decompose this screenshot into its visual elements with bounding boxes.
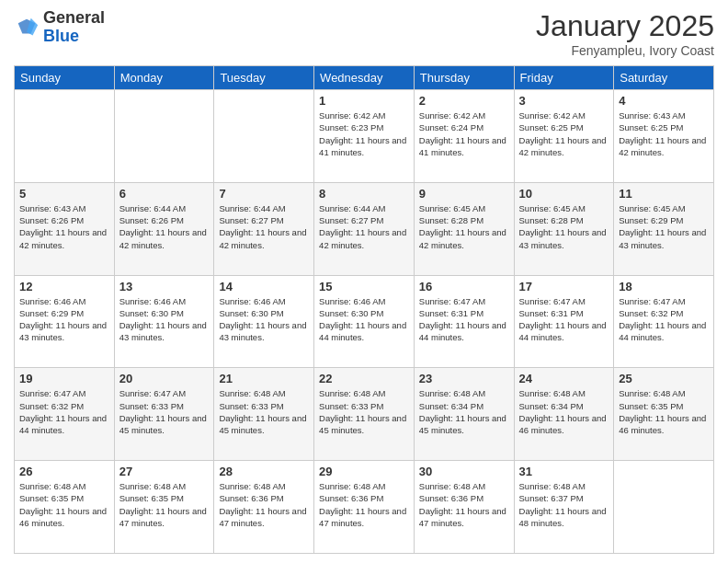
day-cell: 26Sunrise: 6:48 AM Sunset: 6:35 PM Dayli… [15,461,115,554]
main-title: January 2025 [536,9,714,43]
day-cell: 27Sunrise: 6:48 AM Sunset: 6:35 PM Dayli… [114,461,214,554]
day-info: Sunrise: 6:48 AM Sunset: 6:37 PM Dayligh… [519,480,609,529]
day-cell: 4Sunrise: 6:43 AM Sunset: 6:25 PM Daylig… [614,90,714,183]
day-cell: 11Sunrise: 6:45 AM Sunset: 6:29 PM Dayli… [614,182,714,275]
subtitle: Fenyampleu, Ivory Coast [536,43,714,58]
week-row-2: 5Sunrise: 6:43 AM Sunset: 6:26 PM Daylig… [15,182,714,275]
day-cell: 10Sunrise: 6:45 AM Sunset: 6:28 PM Dayli… [514,182,614,275]
week-row-5: 26Sunrise: 6:48 AM Sunset: 6:35 PM Dayli… [15,461,714,554]
logo-text: General Blue [43,9,105,46]
day-header-monday: Monday [114,66,214,90]
day-number: 21 [219,372,309,385]
day-number: 23 [419,372,509,385]
day-number: 1 [319,94,409,108]
day-number: 19 [19,372,109,385]
day-number: 25 [619,372,709,385]
day-header-friday: Friday [514,66,614,90]
day-number: 7 [219,187,309,201]
day-cell: 18Sunrise: 6:47 AM Sunset: 6:32 PM Dayli… [614,275,714,368]
day-number: 5 [19,187,109,201]
day-number: 30 [419,465,509,478]
logo-icon [14,15,40,40]
day-cell: 23Sunrise: 6:48 AM Sunset: 6:34 PM Dayli… [414,368,514,461]
day-number: 18 [619,280,709,293]
day-number: 16 [419,280,509,293]
day-cell: 31Sunrise: 6:48 AM Sunset: 6:37 PM Dayli… [514,461,614,554]
day-cell: 25Sunrise: 6:48 AM Sunset: 6:35 PM Dayli… [614,368,714,461]
day-cell: 14Sunrise: 6:46 AM Sunset: 6:30 PM Dayli… [214,275,314,368]
day-cell [214,90,314,183]
day-cell [15,90,115,183]
day-header-sunday: Sunday [15,66,115,90]
day-info: Sunrise: 6:48 AM Sunset: 6:36 PM Dayligh… [319,480,409,529]
day-cell: 5Sunrise: 6:43 AM Sunset: 6:26 PM Daylig… [15,182,115,275]
day-number: 11 [619,187,709,201]
day-info: Sunrise: 6:48 AM Sunset: 6:36 PM Dayligh… [419,480,509,529]
day-cell: 3Sunrise: 6:42 AM Sunset: 6:25 PM Daylig… [514,90,614,183]
day-cell: 19Sunrise: 6:47 AM Sunset: 6:32 PM Dayli… [15,368,115,461]
day-info: Sunrise: 6:43 AM Sunset: 6:26 PM Dayligh… [19,202,109,251]
day-number: 10 [519,187,609,201]
day-header-wednesday: Wednesday [314,66,415,90]
day-info: Sunrise: 6:47 AM Sunset: 6:31 PM Dayligh… [419,295,509,344]
day-number: 3 [519,94,609,108]
day-info: Sunrise: 6:45 AM Sunset: 6:28 PM Dayligh… [419,202,509,251]
day-info: Sunrise: 6:46 AM Sunset: 6:30 PM Dayligh… [319,295,409,344]
day-info: Sunrise: 6:47 AM Sunset: 6:32 PM Dayligh… [19,387,109,436]
day-info: Sunrise: 6:48 AM Sunset: 6:35 PM Dayligh… [19,480,109,529]
day-info: Sunrise: 6:48 AM Sunset: 6:33 PM Dayligh… [319,387,409,436]
day-info: Sunrise: 6:44 AM Sunset: 6:27 PM Dayligh… [319,202,409,251]
day-cell: 1Sunrise: 6:42 AM Sunset: 6:23 PM Daylig… [314,90,415,183]
day-number: 24 [519,372,609,385]
day-cell: 16Sunrise: 6:47 AM Sunset: 6:31 PM Dayli… [414,275,514,368]
page: General Blue January 2025 Fenyampleu, Iv… [0,0,728,563]
day-cell: 9Sunrise: 6:45 AM Sunset: 6:28 PM Daylig… [414,182,514,275]
day-number: 2 [419,94,509,108]
day-number: 12 [19,280,109,293]
day-cell: 20Sunrise: 6:47 AM Sunset: 6:33 PM Dayli… [114,368,214,461]
day-cell: 17Sunrise: 6:47 AM Sunset: 6:31 PM Dayli… [514,275,614,368]
day-info: Sunrise: 6:43 AM Sunset: 6:25 PM Dayligh… [619,109,709,158]
day-info: Sunrise: 6:46 AM Sunset: 6:29 PM Dayligh… [19,295,109,344]
day-cell: 7Sunrise: 6:44 AM Sunset: 6:27 PM Daylig… [214,182,314,275]
header: General Blue January 2025 Fenyampleu, Iv… [14,9,714,58]
logo-blue-text: Blue [43,28,105,46]
calendar-table: SundayMondayTuesdayWednesdayThursdayFrid… [14,65,714,554]
day-number: 22 [319,372,409,385]
day-cell: 13Sunrise: 6:46 AM Sunset: 6:30 PM Dayli… [114,275,214,368]
day-info: Sunrise: 6:45 AM Sunset: 6:29 PM Dayligh… [619,202,709,251]
day-number: 4 [619,94,709,108]
day-info: Sunrise: 6:48 AM Sunset: 6:35 PM Dayligh… [119,480,210,529]
day-info: Sunrise: 6:45 AM Sunset: 6:28 PM Dayligh… [519,202,609,251]
day-info: Sunrise: 6:46 AM Sunset: 6:30 PM Dayligh… [219,295,309,344]
logo-general-text: General [43,9,105,28]
day-cell: 28Sunrise: 6:48 AM Sunset: 6:36 PM Dayli… [214,461,314,554]
day-header-thursday: Thursday [414,66,514,90]
day-info: Sunrise: 6:48 AM Sunset: 6:35 PM Dayligh… [619,387,709,436]
day-info: Sunrise: 6:42 AM Sunset: 6:23 PM Dayligh… [319,109,409,158]
day-number: 17 [519,280,609,293]
day-cell: 6Sunrise: 6:44 AM Sunset: 6:26 PM Daylig… [114,182,214,275]
week-row-1: 1Sunrise: 6:42 AM Sunset: 6:23 PM Daylig… [15,90,714,183]
title-section: January 2025 Fenyampleu, Ivory Coast [536,9,714,58]
day-number: 8 [319,187,409,201]
day-info: Sunrise: 6:48 AM Sunset: 6:33 PM Dayligh… [219,387,309,436]
day-number: 14 [219,280,309,293]
day-cell: 21Sunrise: 6:48 AM Sunset: 6:33 PM Dayli… [214,368,314,461]
day-info: Sunrise: 6:42 AM Sunset: 6:25 PM Dayligh… [519,109,609,158]
day-number: 9 [419,187,509,201]
day-cell [114,90,214,183]
day-info: Sunrise: 6:48 AM Sunset: 6:36 PM Dayligh… [219,480,309,529]
day-cell: 8Sunrise: 6:44 AM Sunset: 6:27 PM Daylig… [314,182,415,275]
day-number: 13 [119,280,210,293]
day-cell: 12Sunrise: 6:46 AM Sunset: 6:29 PM Dayli… [15,275,115,368]
day-cell: 15Sunrise: 6:46 AM Sunset: 6:30 PM Dayli… [314,275,415,368]
day-number: 28 [219,465,309,478]
day-info: Sunrise: 6:46 AM Sunset: 6:30 PM Dayligh… [119,295,210,344]
day-number: 29 [319,465,409,478]
day-cell: 29Sunrise: 6:48 AM Sunset: 6:36 PM Dayli… [314,461,415,554]
day-cell: 30Sunrise: 6:48 AM Sunset: 6:36 PM Dayli… [414,461,514,554]
day-header-tuesday: Tuesday [214,66,314,90]
day-info: Sunrise: 6:44 AM Sunset: 6:26 PM Dayligh… [119,202,210,251]
logo: General Blue [14,9,105,46]
